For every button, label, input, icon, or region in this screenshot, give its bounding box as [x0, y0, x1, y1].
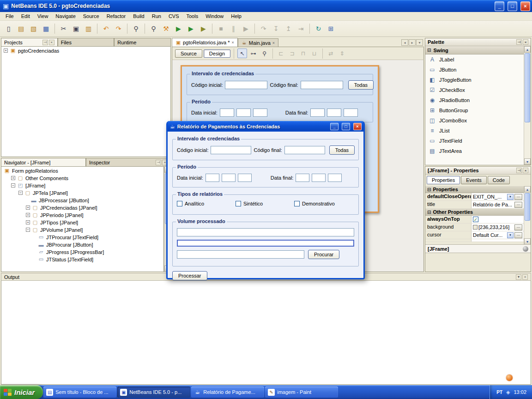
palette-item-jcombobox[interactable]: ◫ JComboBox: [425, 115, 524, 126]
tree-node[interactable]: + ▢ JPTipos [JPanel]: [1, 218, 163, 226]
data-final-mes-input[interactable]: [312, 174, 326, 182]
palette-section-swing[interactable]: ⊟ Swing: [425, 46, 524, 54]
design-data-input[interactable]: [344, 109, 358, 117]
tab-projects[interactable]: Projects ⊣ ×: [1, 38, 58, 46]
scroll-thumb[interactable]: [525, 193, 530, 221]
tree-node[interactable]: ▭ JTStatus [JTextField]: [1, 255, 163, 263]
procurar-textfield[interactable]: [177, 250, 304, 259]
taskbar-item-notepad[interactable]: ▤ Sem título - Bloco de ...: [43, 387, 116, 398]
dialog-maximize-button[interactable]: □: [342, 123, 350, 130]
palette-item-jtextfield[interactable]: ▭ JTextField: [425, 136, 524, 146]
tray-icon[interactable]: ◈: [506, 389, 510, 395]
start-button[interactable]: Iniciar: [0, 385, 43, 399]
copy-icon[interactable]: ▣: [70, 23, 82, 35]
expand-toggle-icon[interactable]: +: [26, 213, 30, 217]
menu-run[interactable]: Run: [148, 12, 165, 20]
close-button[interactable]: ×: [520, 1, 530, 11]
tree-node[interactable]: + ▢ JPPeriodo [JPanel]: [1, 211, 163, 218]
palette-item-buttongroup[interactable]: ⊞ ButtonGroup: [425, 105, 524, 115]
design-todas-button[interactable]: Todas: [348, 80, 374, 90]
scroll-down-icon[interactable]: ▼: [524, 158, 531, 165]
update-center-notification-icon[interactable]: [506, 375, 513, 381]
design-view-button[interactable]: Design: [204, 49, 230, 58]
design-codigo-final-input[interactable]: [301, 81, 343, 89]
procurar-button[interactable]: Procurar: [308, 250, 339, 259]
tab-files[interactable]: Files: [58, 38, 115, 46]
property-key[interactable]: title: [425, 201, 472, 208]
ellipsis-button[interactable]: ...: [514, 224, 522, 230]
menu-file[interactable]: File: [2, 12, 18, 20]
save-all-icon[interactable]: ▦: [40, 23, 52, 35]
property-value[interactable]: ✓: [472, 216, 524, 223]
menu-cvs[interactable]: CVS: [165, 12, 183, 20]
scroll-tabs-right-icon[interactable]: ▸: [409, 39, 416, 46]
scroll-up-icon[interactable]: ▲: [524, 186, 531, 193]
scroll-tabs-left-icon[interactable]: ◂: [401, 39, 408, 46]
dialog-close-button[interactable]: ×: [353, 123, 362, 130]
collapse-section-icon[interactable]: ⊟: [427, 187, 431, 192]
tab-properties[interactable]: Properties: [427, 176, 460, 184]
run-main-project-icon[interactable]: ▶: [173, 23, 184, 35]
codigo-inicial-input[interactable]: [211, 146, 251, 154]
close-tab-icon[interactable]: ×: [272, 41, 275, 45]
data-inicial-ano-input[interactable]: [238, 174, 252, 182]
selection-mode-icon[interactable]: ↖: [237, 48, 247, 58]
design-codigo-inicial-input[interactable]: [225, 81, 267, 89]
design-data-input[interactable]: [220, 109, 234, 117]
menu-window[interactable]: Window: [202, 12, 227, 20]
undo-icon[interactable]: ↶: [100, 23, 112, 35]
source-view-button[interactable]: Source: [175, 49, 202, 58]
data-inicial-dia-input[interactable]: [206, 174, 219, 182]
close-icon[interactable]: ×: [523, 39, 528, 45]
palette-item-jcheckbox[interactable]: ☑ JCheckBox: [425, 85, 524, 95]
search-projects-icon[interactable]: ⚲: [148, 23, 159, 35]
find-icon[interactable]: ⚲: [130, 23, 142, 35]
run-file-icon[interactable]: ▶: [185, 23, 197, 35]
palette-item-jbutton[interactable]: ▭ JButton: [425, 65, 524, 75]
editor-tab-pgtoRelatorios[interactable]: ▣ pgtoRelatorios.java * ×: [172, 38, 238, 47]
pin-icon[interactable]: ⊣: [516, 168, 522, 173]
palette-scrollbar[interactable]: ▲ ▼: [524, 46, 531, 165]
close-icon[interactable]: ×: [49, 40, 54, 45]
data-inicial-mes-input[interactable]: [222, 174, 236, 182]
tab-events[interactable]: Events: [461, 176, 487, 184]
combo-arrow-icon[interactable]: ▼: [507, 232, 514, 238]
property-key[interactable]: cursor: [425, 231, 472, 239]
versioning-window-icon[interactable]: ⊞: [325, 23, 337, 35]
scroll-up-ic on[interactable]: ▲: [524, 46, 531, 53]
property-key[interactable]: defaultCloseOpera: [425, 193, 472, 200]
tree-node[interactable]: ▬ JBProcessar [JButton]: [1, 196, 163, 204]
property-value[interactable]: [236,233,216] ...: [472, 224, 524, 231]
palette-item-jlist[interactable]: ≡ JList: [425, 126, 524, 136]
ellipsis-button[interactable]: ...: [514, 194, 522, 200]
codigo-final-input[interactable]: [284, 146, 325, 154]
combo-arrow-icon[interactable]: ▼: [507, 194, 514, 200]
tab-runtime[interactable]: Runtime: [114, 38, 171, 46]
editor-tab-main[interactable]: ☕ Main.java ×: [238, 38, 278, 47]
project-node[interactable]: + ▣ pgtoCredenciadas: [1, 47, 170, 54]
new-file-icon[interactable]: ▯: [3, 23, 14, 35]
scroll-down-icon[interactable]: ▼: [524, 238, 531, 245]
property-key[interactable]: background: [425, 224, 472, 231]
expand-toggle-icon[interactable]: +: [4, 48, 8, 53]
property-key[interactable]: alwaysOnTop: [425, 216, 472, 223]
status-textfield[interactable]: [177, 228, 354, 236]
redo-icon[interactable]: ↷: [113, 23, 124, 35]
minimize-panel-icon[interactable]: ▾: [516, 274, 521, 280]
open-file-icon[interactable]: ▧: [28, 23, 39, 35]
design-data-input[interactable]: [236, 109, 251, 117]
processar-button[interactable]: Processar: [172, 271, 207, 280]
demonstrativo-checkbox[interactable]: [294, 201, 300, 206]
tree-node[interactable]: ▣ Form pgtoRelatorios: [1, 167, 163, 174]
build-main-project-icon[interactable]: ⚒: [160, 23, 172, 35]
tree-node[interactable]: ▭ JTProcurar [JTextField]: [1, 233, 163, 241]
open-project-icon[interactable]: ▤: [15, 23, 27, 35]
collapse-section-icon[interactable]: ⊟: [427, 48, 431, 53]
expand-toggle-icon[interactable]: −: [26, 228, 30, 232]
menu-tools[interactable]: Tools: [183, 12, 202, 20]
tab-code[interactable]: Code: [488, 176, 510, 184]
tree-node[interactable]: ▬ JBProcurar [JButton]: [1, 241, 163, 248]
properties-section[interactable]: ⊟ Other Properties: [425, 209, 524, 216]
menu-navigate[interactable]: Navigate: [52, 12, 79, 20]
menu-build[interactable]: Build: [129, 12, 148, 20]
